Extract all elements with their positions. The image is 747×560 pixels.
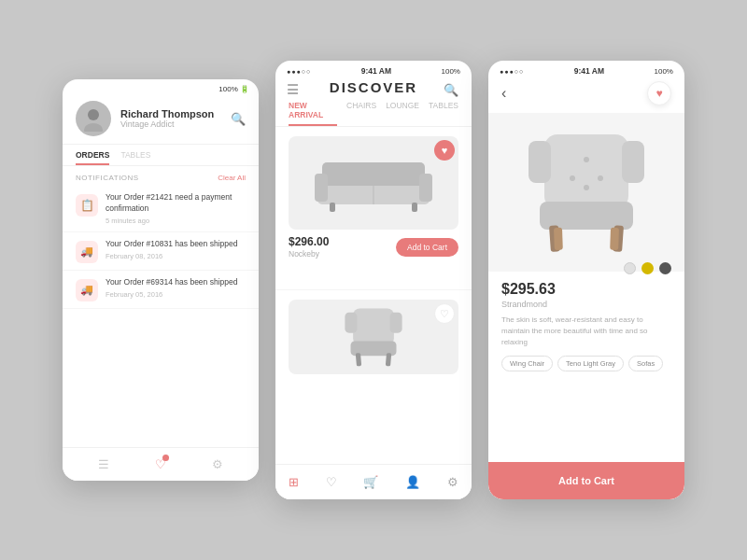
notifications-header: NOTIFICATIONS Clear All bbox=[63, 166, 259, 186]
tab-orders[interactable]: ORDERS bbox=[76, 150, 109, 165]
svg-rect-21 bbox=[554, 228, 563, 250]
favorite-button-1[interactable]: ♥ bbox=[434, 140, 455, 161]
svg-point-24 bbox=[570, 175, 575, 181]
user-subtitle: Vintage Addict bbox=[120, 119, 231, 129]
svg-rect-22 bbox=[610, 228, 619, 250]
color-option-yellow[interactable] bbox=[641, 262, 654, 274]
notif-time: February 08, 2016 bbox=[106, 252, 237, 260]
notification-item: 🚚 Your Order #10831 has been shipped Feb… bbox=[63, 232, 259, 271]
svg-point-1 bbox=[84, 123, 103, 132]
discover-header: ☰ DISCOVER 🔍 bbox=[275, 77, 472, 101]
cart-icon[interactable]: 🛒 bbox=[363, 475, 378, 489]
tag-color[interactable]: Teno Light Gray bbox=[557, 356, 624, 371]
svg-rect-15 bbox=[544, 134, 628, 209]
product-name-detail: Strandmond bbox=[501, 300, 556, 309]
bottom-nav-1: ☰ ♡ ⚙ bbox=[63, 447, 259, 481]
product-card-nockeby: ♥ $296.00 Nockeby bbox=[275, 127, 472, 290]
settings-icon[interactable]: ⚙ bbox=[212, 457, 223, 471]
notif-content: Your Order #69314 has been shipped Febru… bbox=[106, 277, 237, 299]
discover-tabs: NEW ARRIVAL CHAIRS LOUNGE TABLES bbox=[275, 101, 472, 127]
settings-icon-2[interactable]: ⚙ bbox=[447, 475, 458, 489]
svg-rect-6 bbox=[330, 203, 335, 212]
tab-new-arrival[interactable]: NEW ARRIVAL bbox=[289, 101, 337, 126]
notif-time: 5 minutes ago bbox=[106, 217, 246, 225]
svg-point-0 bbox=[88, 109, 99, 120]
svg-rect-7 bbox=[412, 203, 417, 212]
favorite-button-2[interactable]: ♡ bbox=[434, 303, 455, 324]
grid-icon[interactable]: ⊞ bbox=[289, 475, 299, 489]
user-info: Richard Thompson Vintage Addict bbox=[120, 108, 231, 129]
product-image-sofa bbox=[289, 136, 458, 230]
svg-rect-4 bbox=[315, 174, 328, 202]
price-section: $295.63 Strandmond bbox=[501, 281, 556, 315]
tab-tables[interactable]: TABLES bbox=[120, 150, 150, 165]
status-bar-1: 100% 🔋 bbox=[63, 79, 259, 95]
search-icon-2[interactable]: 🔍 bbox=[444, 82, 460, 96]
product-detail-image bbox=[488, 113, 684, 272]
notif-icon-ship: 🚚 bbox=[76, 241, 98, 263]
battery-2: 100% bbox=[442, 67, 460, 76]
favorites-icon-2[interactable]: ♡ bbox=[326, 475, 337, 489]
svg-point-23 bbox=[584, 157, 589, 162]
phone-product-detail: ●●●○○ 9:41 AM 100% ‹ ♥ bbox=[488, 61, 684, 499]
notif-time: February 05, 2016 bbox=[106, 290, 237, 299]
notif-content: Your Order #21421 need a payment confirm… bbox=[106, 192, 246, 225]
product-image-chair bbox=[289, 300, 458, 374]
product-info-detail: $295.63 Strandmond The skin is soft, wea… bbox=[488, 281, 684, 371]
svg-point-26 bbox=[584, 185, 589, 190]
detail-header: ‹ ♥ bbox=[488, 77, 684, 113]
notif-content: Your Order #10831 has been shipped Febru… bbox=[106, 239, 237, 260]
status-bar-2: ●●●○○ 9:41 AM 100% bbox=[275, 61, 472, 77]
notification-item: 🚚 Your Order #69314 has been shipped Feb… bbox=[63, 271, 259, 309]
favorites-icon[interactable]: ♡ bbox=[155, 457, 166, 471]
notif-icon-ship2: 🚚 bbox=[76, 279, 98, 301]
svg-rect-18 bbox=[540, 202, 633, 230]
back-button[interactable]: ‹ bbox=[501, 85, 506, 102]
phone-discover: ●●●○○ 9:41 AM 100% ☰ DISCOVER 🔍 NEW ARRI… bbox=[275, 61, 472, 499]
notif-text: Your Order #69314 has been shipped bbox=[106, 277, 237, 288]
product-price-detail: $295.63 bbox=[501, 281, 556, 298]
product-price-1: $296.00 bbox=[289, 235, 329, 248]
avatar bbox=[76, 101, 111, 136]
search-icon[interactable]: 🔍 bbox=[231, 112, 246, 126]
menu-icon[interactable]: ☰ bbox=[98, 457, 109, 471]
signal-dots-3: ●●●○○ bbox=[500, 68, 524, 75]
favorite-button-3[interactable]: ♥ bbox=[647, 81, 671, 105]
clear-all-button[interactable]: Clear All bbox=[218, 174, 246, 182]
status-time-3: 9:41 AM bbox=[574, 66, 604, 76]
color-options bbox=[624, 262, 671, 274]
svg-rect-16 bbox=[529, 141, 551, 183]
profile-tabs: ORDERS TABLES bbox=[63, 145, 259, 166]
tag-wing-chair[interactable]: Wing Chair bbox=[501, 356, 553, 371]
color-option-dark[interactable] bbox=[659, 262, 671, 274]
tab-tables[interactable]: TABLES bbox=[429, 101, 458, 126]
notif-text: Your Order #10831 has been shipped bbox=[106, 239, 237, 250]
svg-point-25 bbox=[598, 175, 603, 181]
product-description: The skin is soft, wear-resistant and eas… bbox=[501, 315, 671, 348]
tab-chairs[interactable]: CHAIRS bbox=[346, 101, 376, 126]
product-name-1: Nockeby bbox=[289, 249, 329, 259]
product-info-1: $296.00 Nockeby bbox=[289, 235, 329, 259]
bottom-nav-2: ⊞ ♡ 🛒 👤 ⚙ bbox=[275, 464, 472, 499]
product-tags: Wing Chair Teno Light Gray Sofas bbox=[501, 356, 671, 371]
svg-rect-11 bbox=[390, 313, 402, 333]
tab-lounge[interactable]: LOUNGE bbox=[386, 101, 419, 126]
status-time-2: 9:41 AM bbox=[361, 66, 391, 76]
add-to-cart-button-detail[interactable]: Add to Cart bbox=[488, 462, 684, 499]
discover-title: DISCOVER bbox=[330, 79, 417, 95]
profile-header: Richard Thompson Vintage Addict 🔍 bbox=[63, 95, 259, 145]
color-option-grey[interactable] bbox=[624, 262, 636, 274]
tag-category[interactable]: Sofas bbox=[628, 356, 663, 371]
svg-rect-10 bbox=[345, 313, 357, 333]
status-bar-3: ●●●○○ 9:41 AM 100% bbox=[488, 61, 684, 77]
notification-item: 📋 Your Order #21421 need a payment confi… bbox=[63, 186, 259, 232]
phone-notifications: 100% 🔋 Richard Thompson Vintage Addict 🔍… bbox=[63, 79, 259, 481]
product-footer-1: $296.00 Nockeby Add to Cart bbox=[289, 235, 458, 259]
svg-rect-17 bbox=[622, 141, 644, 183]
product-card-strandmond: ♡ bbox=[275, 290, 472, 384]
menu-icon-2[interactable]: ☰ bbox=[287, 82, 301, 97]
add-to-cart-button-1[interactable]: Add to Cart bbox=[396, 238, 458, 257]
notif-text: Your Order #21421 need a payment confirm… bbox=[106, 192, 246, 215]
battery-3: 100% bbox=[655, 67, 673, 76]
profile-icon[interactable]: 👤 bbox=[405, 475, 420, 489]
